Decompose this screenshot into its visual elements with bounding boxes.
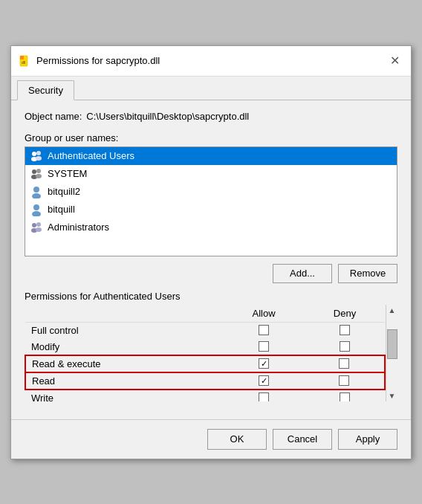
file-icon: dll xyxy=(19,55,30,67)
allow-checkbox[interactable] xyxy=(259,341,269,352)
perm-allow[interactable] xyxy=(223,390,305,401)
dialog: dll Permissions for sapcrypto.dll ✕ Secu… xyxy=(10,45,412,459)
perm-allow[interactable] xyxy=(223,338,305,355)
svg-point-17 xyxy=(36,222,41,227)
svg-point-11 xyxy=(33,187,39,193)
perm-allow[interactable] xyxy=(223,355,305,372)
user-name: Authenticated Users xyxy=(48,150,134,161)
perm-allow[interactable] xyxy=(223,322,305,338)
apply-button[interactable]: Apply xyxy=(338,429,397,450)
group-label: Group or user names: xyxy=(25,132,397,143)
user-name: bitquill xyxy=(48,204,75,215)
add-button[interactable]: Add... xyxy=(273,264,332,283)
perm-deny[interactable] xyxy=(305,338,385,355)
svg-point-18 xyxy=(36,227,42,232)
permissions-header: Permissions for Authenticated Users xyxy=(25,291,397,302)
table-row: Write xyxy=(25,390,385,401)
deny-checkbox[interactable] xyxy=(340,392,350,401)
table-row-highlighted-read: Read xyxy=(25,372,385,390)
remove-button[interactable]: Remove xyxy=(338,264,397,283)
group-icon xyxy=(30,221,43,234)
deny-checkbox[interactable] xyxy=(339,358,349,369)
col-permission-name xyxy=(25,305,223,323)
perm-deny[interactable] xyxy=(305,322,385,338)
svg-point-7 xyxy=(32,169,36,174)
cancel-button[interactable]: Cancel xyxy=(273,429,332,450)
svg-point-15 xyxy=(32,223,36,227)
perm-name: Read xyxy=(25,372,223,390)
perm-name: Read & execute xyxy=(25,355,223,372)
perm-deny[interactable] xyxy=(305,372,385,390)
user-name: Administrators xyxy=(48,222,109,233)
system-icon xyxy=(30,167,43,181)
tabs-bar: Security xyxy=(11,77,411,100)
allow-checkbox[interactable] xyxy=(259,375,269,386)
svg-point-13 xyxy=(33,204,39,210)
perm-name: Write xyxy=(25,390,223,401)
user-icon xyxy=(30,185,43,198)
svg-point-12 xyxy=(32,193,41,198)
svg-point-5 xyxy=(36,151,41,155)
perm-deny[interactable] xyxy=(305,355,385,372)
svg-point-9 xyxy=(36,169,41,173)
user-item-bitquill2[interactable]: bitquill2 xyxy=(25,183,397,201)
user-icon xyxy=(30,203,43,216)
user-item-administrators[interactable]: Administrators xyxy=(25,219,397,236)
permissions-table: Allow Deny Full control Modify xyxy=(25,305,386,401)
allow-checkbox[interactable] xyxy=(259,325,269,335)
object-name-value: C:\Users\bitquill\Desktop\sapcrypto.dll xyxy=(86,111,249,122)
scrollbar[interactable]: ▲ ▼ xyxy=(386,305,397,401)
object-name-label: Object name: xyxy=(25,111,82,122)
svg-point-6 xyxy=(36,156,42,161)
close-button[interactable]: ✕ xyxy=(386,52,403,70)
scroll-down-arrow[interactable]: ▼ xyxy=(387,390,397,401)
object-name-row: Object name: C:\Users\bitquill\Desktop\s… xyxy=(25,111,397,122)
deny-checkbox[interactable] xyxy=(339,375,349,386)
deny-checkbox[interactable] xyxy=(340,341,350,352)
content-area: Object name: C:\Users\bitquill\Desktop\s… xyxy=(11,100,411,412)
user-item-system[interactable]: SYSTEM xyxy=(25,165,397,183)
ok-button[interactable]: OK xyxy=(207,429,267,450)
tab-security[interactable]: Security xyxy=(17,80,74,100)
svg-point-10 xyxy=(36,174,42,178)
table-row-highlighted-read-execute: Read & execute xyxy=(25,355,385,372)
svg-text:dll: dll xyxy=(22,60,25,65)
footer-buttons: OK Cancel Apply xyxy=(11,419,411,459)
svg-point-14 xyxy=(32,211,41,216)
col-allow: Allow xyxy=(223,305,305,323)
table-row: Modify xyxy=(25,338,385,355)
perm-allow[interactable] xyxy=(223,372,305,390)
dialog-title: Permissions for sapcrypto.dll xyxy=(36,55,160,66)
user-item-authenticated[interactable]: Authenticated Users xyxy=(25,147,397,165)
perm-name: Modify xyxy=(25,338,223,355)
permissions-table-container: Allow Deny Full control Modify xyxy=(25,305,397,401)
scrollbar-thumb[interactable] xyxy=(387,329,397,359)
user-item-bitquill[interactable]: bitquill xyxy=(25,201,397,219)
svg-rect-1 xyxy=(20,56,24,59)
col-deny: Deny xyxy=(305,305,385,323)
table-row: Full control xyxy=(25,322,385,338)
title-bar-left: dll Permissions for sapcrypto.dll xyxy=(19,55,160,67)
user-name: SYSTEM xyxy=(48,168,87,179)
title-bar: dll Permissions for sapcrypto.dll ✕ xyxy=(11,46,411,77)
deny-checkbox[interactable] xyxy=(340,325,350,335)
group-icon xyxy=(30,149,43,163)
scroll-up-arrow[interactable]: ▲ xyxy=(387,305,397,316)
allow-checkbox[interactable] xyxy=(259,358,269,369)
add-remove-row: Add... Remove xyxy=(25,264,397,283)
user-list[interactable]: Authenticated Users SYSTEM bitquill2 xyxy=(25,146,397,256)
allow-checkbox[interactable] xyxy=(259,392,269,401)
perm-deny[interactable] xyxy=(305,390,385,401)
perm-name: Full control xyxy=(25,322,223,338)
svg-point-3 xyxy=(32,152,36,156)
user-name: bitquill2 xyxy=(48,186,80,197)
